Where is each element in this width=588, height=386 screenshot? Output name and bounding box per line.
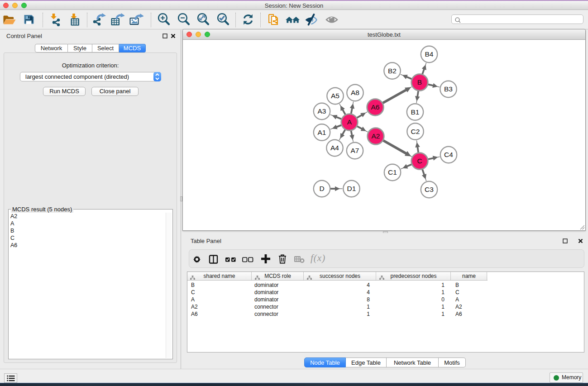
svg-text:A5: A5	[331, 92, 339, 100]
svg-text:A1: A1	[318, 129, 326, 136]
svg-text:C2: C2	[411, 128, 420, 135]
svg-text:A8: A8	[351, 89, 359, 96]
svg-text:A3: A3	[318, 107, 326, 115]
svg-text:A: A	[347, 118, 352, 126]
svg-text:D: D	[319, 185, 324, 192]
svg-text:B1: B1	[411, 108, 420, 116]
svg-text:A7: A7	[351, 147, 359, 154]
svg-text:D1: D1	[347, 185, 356, 192]
svg-text:B: B	[417, 78, 422, 86]
svg-text:C1: C1	[388, 168, 397, 176]
svg-text:A2: A2	[372, 132, 380, 140]
svg-text:B3: B3	[444, 85, 453, 93]
svg-text:B4: B4	[425, 50, 434, 58]
svg-text:C4: C4	[444, 151, 453, 158]
svg-text:B2: B2	[388, 67, 397, 75]
svg-text:A6: A6	[371, 103, 380, 111]
svg-text:C3: C3	[425, 186, 434, 193]
svg-text:A4: A4	[330, 144, 339, 152]
svg-text:C: C	[417, 157, 422, 165]
